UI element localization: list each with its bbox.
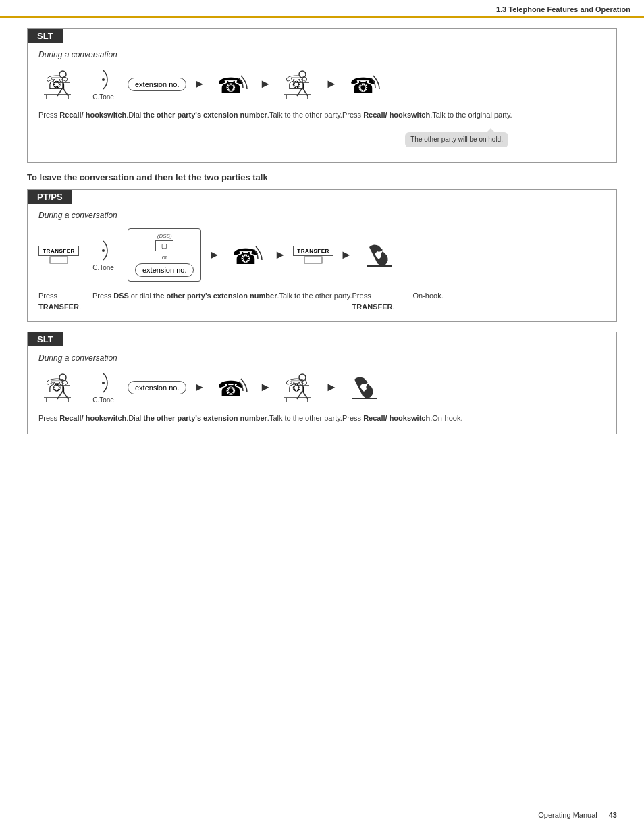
svg-text:☎: ☎ [350,74,377,98]
slt2-arrow1: ► [193,380,205,394]
talk-icon-2: ☎ [348,69,381,100]
slt2-onhook-icon [349,374,380,401]
slt1-icon-person2: ☏ [278,69,319,100]
transfer-key-icon-2 [304,256,323,264]
ptps-onhook [359,242,400,269]
ptps-arrow1: ► [208,248,220,262]
ptps-label: PT/PS [28,190,72,204]
svg-rect-21 [50,257,68,263]
ptps-section: PT/PS During a conversation TRANSFER [27,189,617,322]
slt1-desc2: Dial the other party's extension number. [128,110,269,120]
transfer-btn-2: TRANSFER [293,246,333,256]
ptps-desc4: PressTRANSFER. [352,291,413,312]
slt2-flow-row: ☏ [38,371,606,404]
slt2-person-phone-icon-2: ☏ [282,372,315,403]
ptps-desc2: Press DSS or dial the other party's exte… [92,291,279,312]
slt2-onhook [344,374,385,401]
slt2-talk1: ☎ [212,372,252,403]
slt1-desc-row: Press Recall/ hookswitch. Dial the other… [38,110,606,120]
page-footer: Operating Manual 43 [538,810,617,820]
footer-divider [603,810,603,820]
slt1-desc1: Press Recall/ hookswitch. [38,110,128,120]
footer-page: 43 [609,811,617,819]
slt1-desc3: Talk to the other party. [269,110,342,120]
slt1-ext-box: extension no. [128,78,186,91]
slt1-desc4: Press Recall/ hookswitch. [342,110,432,120]
slt1-during: During a conversation [38,50,606,59]
header-title: 1.3 Telephone Features and Operation [496,5,630,14]
ptps-ext-box: extension no. [135,263,194,277]
slt1-desc5: Talk to the original party. The other pa… [432,110,512,120]
slt2-ctone-label: C.Tone [92,396,114,404]
slt-section-2-inner: During a conversation ☏ [28,346,616,433]
person-phone-icon: ☏ [43,69,75,100]
ptps-desc-row: PressTRANSFER. Press DSS or dial the oth… [38,291,606,312]
ptps-ctone: C.Tone [83,238,124,271]
transfer-key-icon [49,256,68,264]
svg-rect-24 [304,257,322,263]
onhook-icon [364,242,395,269]
slt2-talk-icon-1: ☎ [216,372,248,403]
slt2-arrow2: ► [259,380,271,394]
slt2-desc2: Dial the other party's extension number. [128,413,269,423]
ptps-desc3: Talk to the other party. [279,291,352,312]
ctone-icon [95,68,111,92]
ptps-dss-box: (DSS) ▢ or extension no. [128,228,201,282]
ptps-desc5: On-hook. [413,291,454,312]
person-phone-icon-2: ☏ [282,69,315,100]
slt-section-1: SLT During a conversation ☏ [27,28,617,163]
slt-label-1: SLT [28,29,63,43]
slt2-ctone: C.Tone [83,371,124,404]
page-header: 1.3 Telephone Features and Operation [0,0,644,18]
ptps-ctone-icon [95,238,111,263]
ext-box-1: extension no. [128,78,186,91]
slt1-icon-person: ☏ [38,69,79,100]
svg-point-9 [102,78,105,81]
slt1-talk1: ☎ [212,69,252,100]
svg-text:☎: ☎ [217,377,244,401]
slt2-icon-person2: ☏ [278,372,319,403]
slt2-desc-row: Press Recall/ hookswitch. Dial the other… [38,413,606,423]
slt2-ext-box: extension no. [128,381,186,394]
ptps-talk1: ☎ [227,240,267,271]
slt1-ctone-label: C.Tone [92,93,114,101]
slt2-icon-person: ☏ [38,372,79,403]
slt1-ctone: C.Tone [83,68,124,101]
slt2-desc5: On-hook. [432,413,473,423]
slt2-during: During a conversation [38,353,606,363]
ext-box-2: extension no. [128,381,186,394]
slt2-desc3: Talk to the other party. [269,413,342,423]
ptps-desc1: PressTRANSFER. [38,291,92,312]
ptps-arrow2: ► [274,248,286,262]
arrow3: ► [325,77,338,91]
slt-section-2: SLT During a conversation ☏ [27,332,617,434]
slt-section-1-inner: During a conversation ☏ [28,43,616,162]
talk-icon-1: ☎ [216,69,248,100]
ptps-arrow3: ► [340,248,352,262]
slt-label-2: SLT [28,332,63,346]
ptps-transfer2: TRANSFER [293,246,333,264]
slt1-talk2: ☎ [344,69,385,100]
svg-point-35 [102,382,105,384]
slt2-person-phone-icon: ☏ [43,372,75,403]
slt1-flow-row: ☏ [38,68,606,101]
svg-text:☎: ☎ [232,244,259,269]
ptps-talk-icon-1: ☎ [231,240,263,271]
slt2-arrow3: ► [325,380,338,394]
slt2-desc4: Press Recall/ hookswitch. [342,413,432,423]
main-content: SLT During a conversation ☏ [0,18,644,454]
slt2-ctone-icon [95,371,111,395]
transfer-btn-1: TRANSFER [38,246,79,256]
slt1-callout: The other party will be on hold. [405,132,508,147]
svg-text:☎: ☎ [217,74,244,98]
slt2-desc1: Press Recall/ hookswitch. [38,413,128,423]
section-heading: To leave the conversation and then let t… [27,172,617,182]
ptps-flow-row: TRANSFER C.Tone (DSS) [38,228,606,282]
svg-point-22 [102,249,105,252]
arrow1: ► [193,77,205,91]
ptps-during: During a conversation [38,211,606,220]
ptps-ctone-label: C.Tone [92,264,114,271]
footer-label: Operating Manual [538,811,597,819]
ptps-section-inner: During a conversation TRANSFER C.Ton [28,204,616,321]
ptps-icon-person: TRANSFER [38,246,79,264]
